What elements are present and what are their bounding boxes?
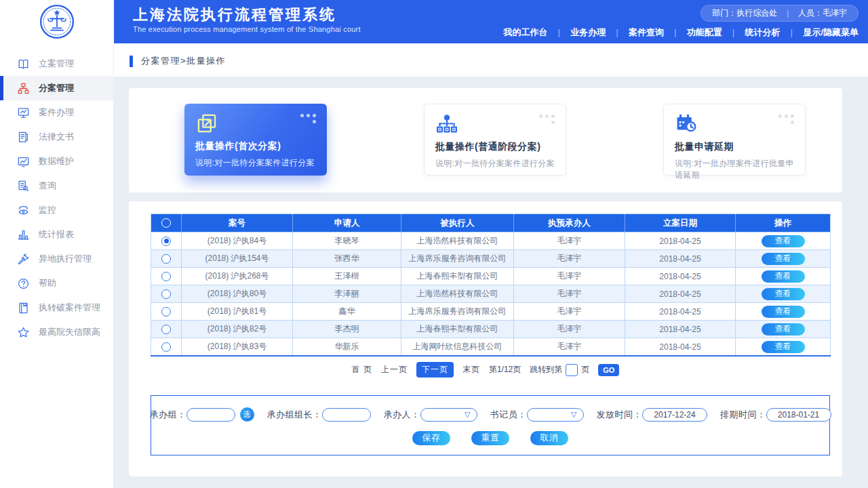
- calendar-clock-icon: [675, 113, 698, 136]
- group-leader-input[interactable]: [322, 408, 371, 422]
- assignment-form: 承办组：选承办组组长：承办人：▽书记员：▽发放时间：排期时间： 保存重置取消: [151, 395, 830, 455]
- go-button[interactable]: GO: [598, 364, 619, 376]
- row-radio[interactable]: [161, 289, 171, 299]
- cell-case-no: (2018) 沪执154号: [182, 250, 293, 268]
- sidebar-item-9[interactable]: 帮助: [0, 271, 113, 296]
- schedule-date-input[interactable]: [766, 408, 831, 422]
- logo-block: [0, 0, 114, 43]
- sidebar-item-label: 分案管理: [39, 82, 74, 94]
- card-0[interactable]: 批量操作(首次分案)说明:对一批待分案案件进行分案: [184, 104, 327, 176]
- sidebar-item-5[interactable]: 查询: [0, 174, 113, 198]
- col-undertaker: 执预承办人: [514, 214, 625, 232]
- cell-respondent: 上海浩然科技有限公司: [401, 285, 514, 303]
- card-title: 批量申请延期: [675, 141, 794, 153]
- help-icon: [17, 277, 30, 290]
- app-title: 上海法院执行流程管理系统: [133, 6, 361, 24]
- breadcrumb-text: 分案管理>批量操作: [141, 55, 226, 67]
- star-icon: [17, 326, 30, 339]
- sidebar-item-2[interactable]: 案件办理: [0, 100, 113, 125]
- row-radio[interactable]: [161, 342, 171, 352]
- sidebar-item-1[interactable]: 分案管理: [0, 76, 113, 100]
- sidebar-item-0[interactable]: 立案管理: [0, 52, 113, 76]
- cell-action: 查看: [736, 268, 831, 285]
- sidebar-item-3[interactable]: 法律文书: [0, 125, 113, 149]
- more-dots-icon: [539, 115, 555, 125]
- jump-page-input[interactable]: [566, 364, 578, 376]
- data-chart-icon: [17, 155, 30, 168]
- sidebar-item-label: 案件办理: [39, 106, 74, 119]
- top-nav-item-1[interactable]: 业务办理: [570, 26, 606, 39]
- top-nav-item-5[interactable]: 显示/隐藏菜单: [803, 26, 859, 39]
- gavel-icon: [17, 253, 30, 266]
- cell-select: [151, 321, 182, 338]
- clerk-select[interactable]: ▽: [527, 408, 584, 422]
- form-field-3: 书记员：▽: [490, 408, 584, 422]
- card-1[interactable]: 批量操作(普通阶段分案)说明:对一批待分案案件进行分案: [424, 104, 566, 176]
- page-prev-link[interactable]: 上一页: [381, 364, 408, 375]
- view-button[interactable]: 查看: [762, 341, 805, 353]
- view-button[interactable]: 查看: [762, 253, 805, 265]
- cell-applicant: 李杰明: [293, 321, 401, 338]
- row-radio[interactable]: [161, 237, 171, 246]
- page-last-link[interactable]: 末页: [462, 364, 480, 375]
- row-radio[interactable]: [161, 325, 171, 334]
- more-dots-icon: [778, 115, 795, 125]
- col-respondent: 被执行人: [401, 214, 514, 232]
- col-filing-date: 立案日期: [625, 214, 736, 232]
- cell-filing-date: 2018-04-25: [625, 321, 736, 338]
- row-radio[interactable]: [161, 254, 171, 264]
- field-label: 书记员：: [490, 409, 527, 421]
- cell-action: 查看: [736, 303, 831, 321]
- cell-applicant: 鑫华: [293, 303, 401, 321]
- cell-select: [151, 250, 182, 268]
- cards-panel: 批量操作(首次分案)说明:对一批待分案案件进行分案批量操作(普通阶段分案)说明:…: [129, 88, 842, 192]
- cell-action: 查看: [736, 321, 831, 338]
- sidebar-item-7[interactable]: 统计报表: [0, 222, 113, 247]
- top-nav-item-0[interactable]: 我的工作台: [504, 26, 548, 39]
- card-2[interactable]: 批量申请延期说明:对一批办理案件进行批量申请延期: [663, 104, 806, 176]
- sidebar-item-8[interactable]: 异地执行管理: [0, 247, 113, 271]
- view-button[interactable]: 查看: [762, 235, 805, 247]
- department-label: 部门：执行综合处: [712, 7, 777, 19]
- sidebar-item-label: 统计报表: [39, 228, 74, 241]
- view-button[interactable]: 查看: [762, 323, 805, 336]
- pagination: 首 页上一页下一页末页第1/12页跳转到第页GO: [129, 362, 842, 378]
- table-row: (2018) 沪执81号鑫华上海席乐服务咨询有限公司毛泽宇2018-04-25查…: [151, 303, 831, 321]
- cell-undertaker: 毛泽宇: [514, 321, 625, 338]
- top-nav-item-4[interactable]: 统计分析: [745, 26, 781, 39]
- reset-button[interactable]: 重置: [471, 431, 509, 445]
- table-header-row: 案号申请人被执行人执预承办人立案日期操作: [151, 214, 831, 232]
- view-button[interactable]: 查看: [762, 306, 805, 318]
- cell-case-no: (2018) 沪执81号: [182, 303, 293, 321]
- table-panel: 案号申请人被执行人执预承办人立案日期操作(2018) 沪执84号李晓琴上海浩然科…: [129, 201, 842, 476]
- select-all-radio[interactable]: [161, 218, 171, 228]
- cell-respondent: 上海春熙丰型有限公司: [401, 268, 514, 285]
- issue-date-input[interactable]: [642, 408, 707, 422]
- row-radio[interactable]: [161, 272, 171, 281]
- cell-action: 查看: [736, 250, 831, 268]
- cancel-button[interactable]: 取消: [530, 431, 568, 445]
- sidebar-item-label: 立案管理: [39, 58, 74, 70]
- undertaker-select[interactable]: ▽: [420, 408, 477, 422]
- undertaker-group-input[interactable]: [186, 408, 235, 422]
- card-title: 批量操作(普通阶段分案): [435, 141, 555, 153]
- top-nav-item-3[interactable]: 功能配置: [687, 26, 722, 39]
- save-button[interactable]: 保存: [412, 431, 450, 445]
- pick-group-button[interactable]: 选: [240, 407, 254, 422]
- sidebar-item-4[interactable]: 数据维护: [0, 149, 113, 174]
- page-first-link[interactable]: 首 页: [352, 364, 372, 375]
- cell-select: [151, 285, 182, 303]
- cell-filing-date: 2018-04-25: [625, 232, 736, 250]
- view-button[interactable]: 查看: [762, 270, 805, 283]
- sidebar-item-10[interactable]: 执转破案件管理: [0, 296, 113, 320]
- table-row: (2018) 沪执80号李泽丽上海浩然科技有限公司毛泽宇2018-04-25查看: [151, 285, 831, 303]
- top-nav-item-2[interactable]: 案件查询: [629, 26, 664, 39]
- title-block: 上海法院执行流程管理系统 The execution process manag…: [133, 6, 361, 33]
- page-next-link[interactable]: 下一页: [416, 362, 454, 378]
- sidebar-item-6[interactable]: 监控: [0, 198, 113, 222]
- row-radio[interactable]: [161, 307, 171, 317]
- book-icon: [17, 58, 30, 70]
- view-button[interactable]: 查看: [762, 288, 805, 300]
- cell-respondent: 上海网叶欣信息科技公司: [401, 338, 514, 357]
- sidebar-item-11[interactable]: 最高院失信限高: [0, 320, 113, 344]
